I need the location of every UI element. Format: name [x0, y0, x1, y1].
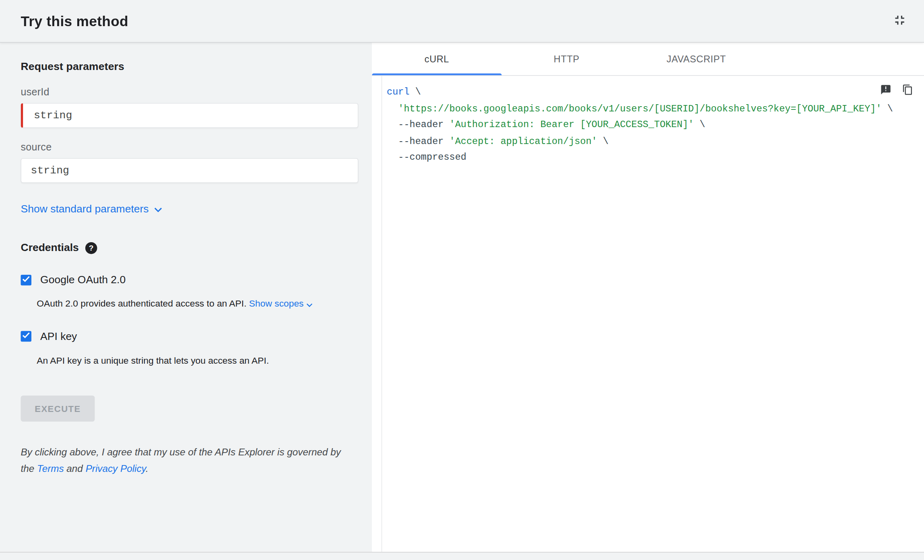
code-token: \: [597, 136, 608, 146]
panel-bottom-strip: [0, 552, 924, 560]
terms-link[interactable]: Terms: [37, 463, 64, 473]
code-line: 'https://books.googleapis.com/books/v1/u…: [387, 101, 883, 117]
show-standard-parameters-label: Show standard parameters: [21, 203, 149, 216]
panel-title: Try this method: [21, 13, 128, 29]
userid-input[interactable]: [21, 103, 359, 128]
credentials-header: Credentials ?: [21, 241, 359, 254]
request-parameters-heading: Request parameters: [21, 60, 359, 73]
chevron-down-icon: [154, 203, 163, 216]
code-token: \: [410, 87, 421, 97]
code-language-tabs: cURL HTTP JAVASCRIPT: [372, 43, 924, 76]
tab-http[interactable]: HTTP: [502, 43, 631, 75]
feedback-button[interactable]: [880, 84, 891, 96]
code-token: [387, 103, 398, 114]
request-parameters-pane: Request parameters userId source Show st…: [0, 43, 372, 552]
code-token: --header: [387, 119, 449, 130]
tab-curl[interactable]: cURL: [372, 43, 501, 75]
execute-button[interactable]: EXECUTE: [21, 396, 95, 422]
credentials-heading: Credentials: [21, 241, 79, 254]
code-line: --header 'Authorization: Bearer [YOUR_AC…: [387, 117, 883, 133]
param-label-userid: userId: [21, 86, 359, 98]
show-standard-parameters-link[interactable]: Show standard parameters: [21, 203, 163, 216]
source-input[interactable]: [21, 158, 359, 183]
code-token: \: [694, 119, 705, 130]
try-this-method-panel: Try this method Request parameters userI…: [0, 0, 924, 560]
oauth-description-text: OAuth 2.0 provides authenticated access …: [37, 299, 249, 309]
code-token: --compressed: [387, 152, 466, 163]
code-token: 'Authorization: Bearer [YOUR_ACCESS_TOKE…: [450, 119, 694, 130]
code-token: 'Accept: application/json': [450, 136, 597, 146]
code-sample-pane: cURL HTTP JAVASCRIPT: [372, 43, 924, 552]
oauth-description: OAuth 2.0 provides authenticated access …: [37, 297, 358, 311]
copy-button[interactable]: [901, 84, 913, 96]
param-label-source: source: [21, 142, 359, 153]
disclaimer-part-2: and: [64, 463, 86, 473]
code-token: curl: [387, 87, 410, 97]
chevron-down-icon: [306, 299, 312, 309]
api-key-label[interactable]: API key: [40, 330, 77, 343]
help-icon[interactable]: ?: [85, 242, 97, 253]
api-key-row: API key: [21, 330, 359, 343]
code-token: \: [882, 103, 893, 114]
oauth-label[interactable]: Google OAuth 2.0: [40, 274, 126, 286]
privacy-policy-link[interactable]: Privacy Policy: [86, 463, 146, 473]
oauth-checkbox[interactable]: [21, 274, 31, 285]
api-key-description: An API key is a unique string that lets …: [37, 354, 358, 367]
code-token: --header: [387, 136, 449, 146]
panel-header: Try this method: [0, 0, 924, 43]
code-line: --compressed: [387, 150, 883, 166]
oauth-row: Google OAuth 2.0: [21, 274, 359, 286]
panel-body: Request parameters userId source Show st…: [0, 43, 924, 552]
show-scopes-link[interactable]: Show scopes: [249, 299, 304, 309]
checkmark-icon: [21, 274, 31, 286]
feedback-icon: [880, 84, 891, 97]
checkmark-icon: [21, 331, 31, 342]
disclaimer-part-3: .: [146, 463, 148, 473]
code-line: --header 'Accept: application/json' \: [387, 134, 883, 150]
disclaimer-text: By clicking above, I agree that my use o…: [21, 444, 356, 476]
collapse-button[interactable]: [891, 12, 909, 30]
code-line: curl \: [387, 84, 883, 101]
api-key-checkbox[interactable]: [21, 331, 31, 342]
code-token: 'https://books.googleapis.com/books/v1/u…: [398, 103, 881, 114]
code-actions: [880, 84, 914, 96]
tab-javascript[interactable]: JAVASCRIPT: [631, 43, 761, 75]
copy-icon: [902, 84, 913, 97]
code-panel: curl \ 'https://books.googleapis.com/boo…: [382, 76, 924, 552]
collapse-icon: [892, 12, 908, 30]
